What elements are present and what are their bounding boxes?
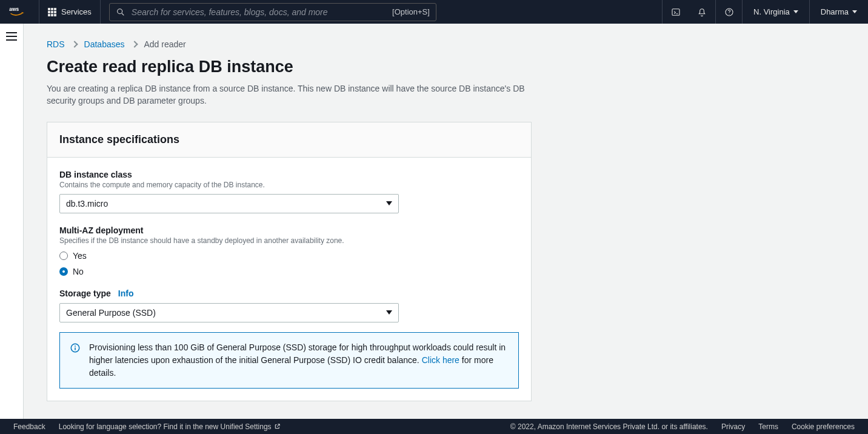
services-menu-button[interactable]: Services — [39, 0, 101, 24]
chevron-right-icon — [131, 41, 138, 47]
page-title: Create read replica DB instance — [47, 58, 845, 76]
radio-checked-icon — [59, 267, 68, 276]
panel-title: Instance specifications — [59, 133, 519, 146]
storage-type-value: General Purpose (SSD) — [66, 308, 156, 318]
svg-point-5 — [729, 13, 729, 14]
multi-az-label: Multi-AZ deployment — [59, 225, 519, 235]
user-name: Dharma — [821, 7, 849, 16]
chevron-right-icon — [71, 41, 78, 47]
search-icon — [116, 7, 125, 17]
region-selector[interactable]: N. Virginia — [742, 0, 809, 24]
alert-text: Provisioning less than 100 GiB of Genera… — [89, 341, 509, 379]
breadcrumb-databases[interactable]: Databases — [84, 39, 125, 49]
breadcrumb-current: Add reader — [144, 39, 186, 49]
aws-logo-icon: aws — [8, 6, 30, 18]
db-class-value: db.t3.micro — [66, 199, 108, 209]
radio-yes-label: Yes — [73, 251, 87, 261]
storage-type-field: Storage type Info General Purpose (SSD) … — [59, 289, 519, 389]
storage-info-alert: Provisioning less than 100 GiB of Genera… — [59, 332, 519, 389]
footer-lang-prompt: Looking for language selection? Find it … — [59, 422, 281, 431]
top-nav: aws Services [Option+S] N. Virginia Dhar… — [0, 0, 868, 24]
svg-rect-3 — [672, 8, 679, 15]
side-panel-collapsed — [0, 24, 24, 419]
cloudshell-button[interactable] — [662, 0, 689, 24]
aws-logo[interactable]: aws — [0, 0, 39, 24]
svg-point-1 — [118, 8, 122, 13]
terms-link[interactable]: Terms — [758, 422, 778, 431]
copyright: © 2022, Amazon Internet Services Private… — [510, 422, 708, 431]
panel-header: Instance specifications — [47, 122, 531, 158]
storage-info-link[interactable]: Info — [118, 289, 134, 298]
privacy-link[interactable]: Privacy — [721, 422, 745, 431]
multi-az-yes-radio[interactable]: Yes — [59, 251, 519, 261]
services-grid-icon — [48, 8, 56, 16]
side-panel-toggle[interactable] — [6, 32, 17, 41]
radio-icon — [59, 252, 68, 260]
search-shortcut: [Option+S] — [392, 7, 430, 16]
svg-line-2 — [122, 13, 124, 15]
multi-az-no-radio[interactable]: No — [59, 267, 519, 276]
help-button[interactable] — [715, 0, 742, 24]
search-input[interactable] — [132, 7, 386, 17]
unified-settings-link[interactable]: Unified Settings — [221, 422, 281, 431]
multi-az-hint: Specifies if the DB instance should have… — [59, 236, 519, 245]
chevron-down-icon — [386, 310, 392, 315]
svg-rect-8 — [75, 347, 76, 350]
main-content: RDS Databases Add reader Create read rep… — [24, 24, 868, 419]
svg-point-7 — [75, 346, 76, 347]
breadcrumb: RDS Databases Add reader — [47, 39, 845, 49]
radio-no-label: No — [73, 267, 84, 276]
unified-settings-label: Unified Settings — [221, 422, 272, 431]
page-description: You are creating a replica DB instance f… — [47, 82, 532, 107]
region-name: N. Virginia — [753, 7, 790, 16]
chevron-down-icon — [386, 201, 392, 205]
db-instance-class-field: DB instance class Contains the compute a… — [59, 170, 519, 213]
multi-az-field: Multi-AZ deployment Specifies if the DB … — [59, 225, 519, 276]
alert-click-here-link[interactable]: Click here — [422, 355, 459, 365]
notifications-button[interactable] — [689, 0, 715, 24]
help-icon — [724, 7, 734, 17]
external-link-icon — [274, 423, 281, 430]
footer-bar: Feedback Looking for language selection?… — [0, 419, 868, 434]
db-class-hint: Contains the compute and memory capacity… — [59, 181, 519, 189]
instance-specifications-panel: Instance specifications DB instance clas… — [47, 122, 532, 401]
chevron-down-icon — [852, 10, 857, 13]
services-label: Services — [61, 7, 92, 16]
db-class-select[interactable]: db.t3.micro — [59, 194, 399, 213]
db-class-label: DB instance class — [59, 170, 519, 179]
feedback-link[interactable]: Feedback — [13, 422, 45, 431]
info-icon — [70, 342, 81, 353]
cookie-prefs-link[interactable]: Cookie preferences — [792, 422, 855, 431]
bell-icon — [697, 7, 707, 17]
global-search[interactable]: [Option+S] — [109, 3, 436, 21]
lang-prompt-text: Looking for language selection? Find it … — [59, 422, 221, 431]
cloudshell-icon — [671, 7, 681, 17]
account-menu[interactable]: Dharma — [809, 0, 868, 24]
svg-text:aws: aws — [9, 6, 19, 12]
breadcrumb-rds[interactable]: RDS — [47, 39, 65, 49]
storage-type-select[interactable]: General Purpose (SSD) — [59, 303, 399, 322]
storage-label: Storage type — [59, 289, 111, 298]
chevron-down-icon — [793, 10, 798, 13]
